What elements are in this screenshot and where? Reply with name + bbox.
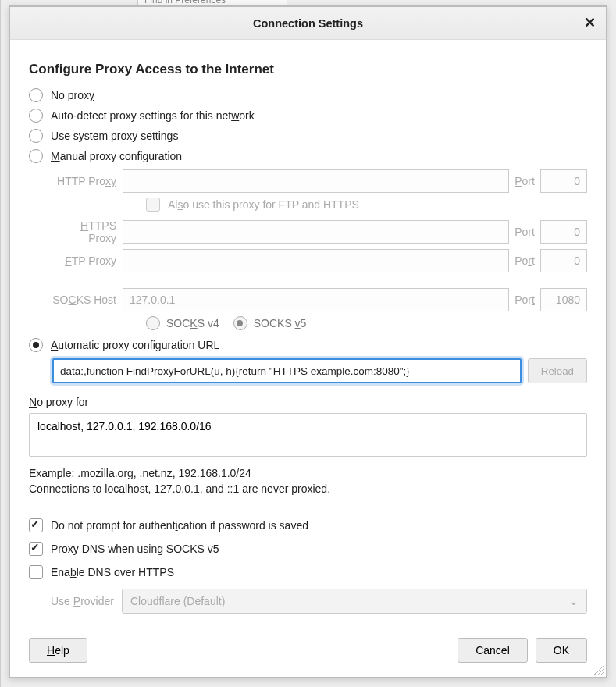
doh-provider-label: Use Provider xyxy=(51,595,114,607)
socks-port-input[interactable] xyxy=(540,288,587,311)
doh-provider-select[interactable]: Cloudflare (Default) ⌄ xyxy=(122,589,587,614)
chevron-down-icon: ⌄ xyxy=(569,595,579,607)
ftp-proxy-input[interactable] xyxy=(123,249,509,272)
ftp-proxy-label: FTP Proxy xyxy=(52,255,123,267)
http-port-input[interactable] xyxy=(540,169,587,193)
socks-v5-label: SOCKS v5 xyxy=(254,317,307,329)
radio-no-proxy-label: No proxy xyxy=(51,89,94,101)
reload-button[interactable]: Reload xyxy=(528,358,587,383)
socks-v5-option[interactable]: SOCKS v5 xyxy=(233,316,307,330)
https-port-label: Port xyxy=(509,226,540,238)
dialog-title: Connection Settings xyxy=(253,17,363,30)
doh-provider-row: Use Provider Cloudflare (Default) ⌄ xyxy=(51,589,587,614)
radio-system-proxy-label: Use system proxy settings xyxy=(51,130,178,142)
socks-version-row: SOCKS v4 SOCKS v5 xyxy=(146,316,587,330)
connection-settings-dialog: Connection Settings ✕ Configure Proxy Ac… xyxy=(9,6,607,678)
resize-grip[interactable] xyxy=(593,664,604,675)
doh-checkbox[interactable] xyxy=(29,565,43,579)
radio-no-proxy[interactable] xyxy=(29,88,43,102)
doh-label: Enable DNS over HTTPS xyxy=(51,566,174,578)
help-button[interactable]: Help xyxy=(29,638,87,663)
no-proxy-for-label: No proxy for xyxy=(29,396,587,408)
no-proxy-for-input[interactable] xyxy=(29,413,587,457)
dialog-content: Configure Proxy Access to the Internet N… xyxy=(10,40,606,628)
dialog-heading: Configure Proxy Access to the Internet xyxy=(29,62,587,77)
radio-auto-url[interactable] xyxy=(29,338,43,352)
doh-provider-value: Cloudflare (Default) xyxy=(130,595,225,607)
proxy-dns-checkbox[interactable] xyxy=(29,542,43,556)
no-proxy-note: Connections to localhost, 127.0.0.1, and… xyxy=(29,482,587,495)
socks-port-label: Port xyxy=(509,294,540,306)
radio-auto-detect-label: Auto-detect proxy settings for this netw… xyxy=(51,109,255,122)
https-proxy-label: HTTPS Proxy xyxy=(52,219,123,244)
ok-button[interactable]: OK xyxy=(536,638,587,663)
no-proxy-example: Example: .mozilla.org, .net.nz, 192.168.… xyxy=(29,467,587,479)
doh-row[interactable]: Enable DNS over HTTPS xyxy=(29,565,587,579)
dialog-footer: Help Cancel OK xyxy=(29,638,587,663)
socks-v4-radio[interactable] xyxy=(146,316,160,330)
http-proxy-input[interactable] xyxy=(123,169,509,193)
additional-checks: Do not prompt for authentication if pass… xyxy=(29,518,587,614)
socks-host-input[interactable] xyxy=(123,288,509,311)
radio-system-proxy-row[interactable]: Use system proxy settings xyxy=(29,129,587,143)
proxy-dns-row[interactable]: Proxy DNS when using SOCKS v5 xyxy=(29,542,587,556)
socks-v4-option[interactable]: SOCKS v4 xyxy=(146,316,219,330)
no-prompt-label: Do not prompt for authentication if pass… xyxy=(51,519,308,532)
pac-row: Reload xyxy=(52,358,587,383)
socks-v5-radio[interactable] xyxy=(233,316,247,330)
http-port-label: Port xyxy=(509,175,540,187)
radio-auto-url-row[interactable]: Automatic proxy configuration URL xyxy=(29,338,587,352)
ftp-port-label: Port xyxy=(509,255,540,267)
pac-url-input[interactable] xyxy=(52,358,522,383)
no-prompt-row[interactable]: Do not prompt for authentication if pass… xyxy=(29,518,587,532)
https-proxy-input[interactable] xyxy=(123,220,509,244)
dialog-titlebar: Connection Settings ✕ xyxy=(10,7,606,40)
socks-host-label: SOCKS Host xyxy=(52,294,123,306)
radio-manual-row[interactable]: Manual proxy configuration xyxy=(29,149,587,163)
radio-auto-detect-row[interactable]: Auto-detect proxy settings for this netw… xyxy=(29,109,587,123)
cancel-button[interactable]: Cancel xyxy=(458,638,528,663)
also-use-checkbox[interactable] xyxy=(146,198,160,212)
radio-auto-url-label: Automatic proxy configuration URL xyxy=(51,339,219,351)
close-icon[interactable]: ✕ xyxy=(581,14,598,31)
also-use-row: Also use this proxy for FTP and HTTPS xyxy=(146,198,587,212)
also-use-label: Also use this proxy for FTP and HTTPS xyxy=(168,198,359,211)
proxy-dns-label: Proxy DNS when using SOCKS v5 xyxy=(51,543,219,555)
radio-auto-detect[interactable] xyxy=(29,109,43,123)
radio-manual[interactable] xyxy=(29,149,43,163)
radio-manual-label: Manual proxy configuration xyxy=(51,150,182,162)
ftp-port-input[interactable] xyxy=(540,249,587,272)
manual-proxy-fields: HTTP Proxy Port Also use this proxy for … xyxy=(52,169,587,330)
radio-system-proxy[interactable] xyxy=(29,129,43,143)
radio-no-proxy-row[interactable]: No proxy xyxy=(29,88,587,102)
socks-v4-label: SOCKS v4 xyxy=(166,317,219,329)
http-proxy-label: HTTP Proxy xyxy=(52,175,123,187)
https-port-input[interactable] xyxy=(540,220,587,244)
no-prompt-checkbox[interactable] xyxy=(29,518,43,532)
